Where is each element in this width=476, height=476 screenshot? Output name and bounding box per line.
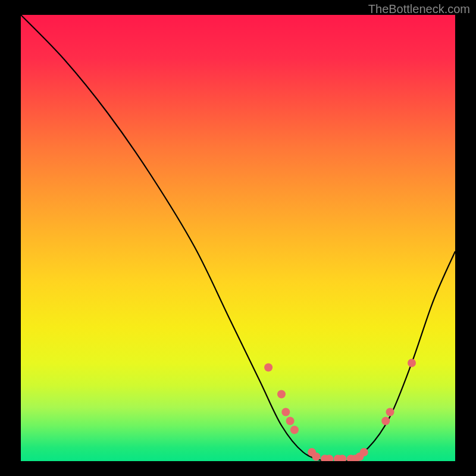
scatter-point — [286, 417, 295, 425]
scatter-points — [264, 359, 416, 461]
scatter-point — [312, 453, 320, 461]
curve-svg — [21, 15, 455, 461]
chart-container: TheBottleneck.com — [0, 0, 476, 476]
scatter-point — [386, 408, 394, 416]
scatter-point — [264, 364, 273, 372]
plot-area — [21, 15, 455, 461]
scatter-point — [381, 417, 390, 425]
bottleneck-curve — [21, 15, 455, 461]
watermark-text: TheBottleneck.com — [368, 2, 470, 16]
scatter-point — [290, 426, 299, 434]
scatter-point — [408, 359, 416, 367]
scatter-point — [277, 390, 286, 399]
scatter-point — [360, 448, 368, 456]
scatter-point — [281, 408, 290, 416]
